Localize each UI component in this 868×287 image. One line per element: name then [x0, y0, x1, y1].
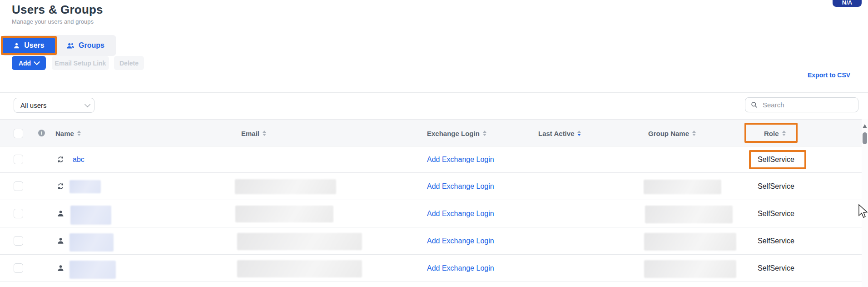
user-icon — [13, 42, 20, 49]
column-label: Exchange Login — [427, 130, 480, 137]
column-label: Email — [241, 130, 259, 137]
add-exchange-login-link[interactable]: Add Exchange Login — [427, 156, 494, 164]
email-setup-link-button[interactable]: Email Setup Link — [52, 56, 109, 70]
page-title: Users & Groups — [12, 3, 103, 17]
redacted-name — [69, 261, 116, 279]
redacted-email — [235, 206, 333, 222]
search-icon — [751, 101, 758, 108]
column-header-name[interactable]: Name — [55, 120, 81, 147]
row-checkbox[interactable] — [14, 173, 23, 200]
table-row: Add Exchange Login SelfService — [0, 255, 862, 282]
role-header-annotation-box — [744, 123, 798, 143]
tab-groups[interactable]: Groups — [58, 38, 113, 53]
users-tab-annotation-box: Users — [1, 36, 57, 55]
export-to-csv-link[interactable]: Export to CSV — [808, 71, 850, 79]
person-icon — [57, 255, 64, 282]
person-icon — [57, 200, 64, 227]
add-exchange-login-link[interactable]: Add Exchange Login — [427, 182, 494, 191]
redacted-group-name — [645, 206, 733, 223]
add-exchange-login-link[interactable]: Add Exchange Login — [427, 264, 494, 272]
search-box — [745, 97, 858, 112]
column-header-email[interactable]: Email — [241, 120, 266, 147]
column-header-group-name[interactable]: Group Name — [648, 120, 696, 147]
tab-users[interactable]: Users — [3, 38, 55, 53]
row-checkbox[interactable] — [14, 255, 23, 282]
user-filter-value: All users — [20, 101, 47, 109]
redacted-name — [69, 180, 101, 193]
redacted-email — [235, 179, 336, 194]
tab-strip: Users Groups — [2, 35, 116, 56]
tab-groups-label: Groups — [79, 41, 104, 50]
sort-icon — [77, 131, 81, 136]
redacted-group-name — [644, 180, 721, 194]
select-all-checkbox[interactable] — [14, 129, 23, 138]
row-checkbox[interactable] — [14, 146, 23, 172]
search-input[interactable] — [762, 101, 845, 109]
column-label: Name — [55, 130, 74, 137]
na-badge: N/A — [833, 0, 862, 7]
tab-users-label: Users — [24, 41, 44, 50]
section-divider — [0, 92, 868, 93]
redacted-group-name — [644, 233, 736, 251]
table-row: Add Exchange Login SelfService — [0, 200, 862, 227]
sort-icon — [483, 131, 486, 136]
scrollbar-thumb[interactable] — [863, 132, 867, 144]
info-icon: i — [38, 130, 45, 136]
column-header-exchange-login[interactable]: Exchange Login — [427, 120, 486, 147]
role-value: SelfService — [758, 210, 794, 218]
column-label: Last Active — [538, 130, 574, 137]
sort-icon-descending — [577, 131, 581, 136]
user-name-link[interactable]: abc — [73, 156, 84, 164]
redacted-email — [237, 260, 362, 277]
add-button-label: Add — [19, 60, 31, 67]
page-subtitle: Manage your users and groups — [12, 18, 94, 25]
table-row: Add Exchange Login SelfService — [0, 227, 862, 255]
sort-icon — [692, 131, 696, 136]
row-checkbox[interactable] — [14, 227, 23, 254]
redacted-group-name — [644, 260, 736, 278]
column-label: Group Name — [648, 130, 689, 137]
table-header: Name Email Exchange Login Last Active Gr… — [0, 119, 862, 146]
users-groups-page: Users & Groups Manage your users and gro… — [0, 0, 868, 287]
table-row: abc Add Exchange Login SelfService — [0, 146, 862, 173]
row-checkbox[interactable] — [14, 200, 23, 227]
redacted-name — [70, 206, 111, 225]
role-value-annotation-box — [749, 150, 806, 169]
redacted-email — [237, 233, 362, 250]
scrollbar-track[interactable] — [862, 119, 868, 287]
sync-icon — [57, 146, 64, 172]
chevron-down-icon — [84, 101, 90, 107]
redacted-name — [69, 233, 114, 252]
delete-button[interactable]: Delete — [114, 56, 144, 70]
role-value: SelfService — [758, 264, 794, 272]
sync-icon — [57, 173, 64, 200]
person-icon — [57, 227, 64, 254]
scrollbar-up-arrow[interactable] — [863, 124, 867, 128]
role-value: SelfService — [758, 237, 794, 245]
users-group-icon — [66, 42, 74, 49]
role-value: SelfService — [758, 182, 794, 191]
mouse-cursor — [858, 204, 868, 220]
add-button[interactable]: Add — [12, 56, 46, 70]
chevron-down-icon — [34, 59, 40, 65]
add-exchange-login-link[interactable]: Add Exchange Login — [427, 210, 494, 218]
sort-icon — [263, 131, 266, 136]
column-header-last-active[interactable]: Last Active — [538, 120, 581, 147]
table-row: Add Exchange Login SelfService — [0, 173, 862, 200]
add-exchange-login-link[interactable]: Add Exchange Login — [427, 237, 494, 245]
user-filter-select[interactable]: All users — [14, 98, 94, 113]
